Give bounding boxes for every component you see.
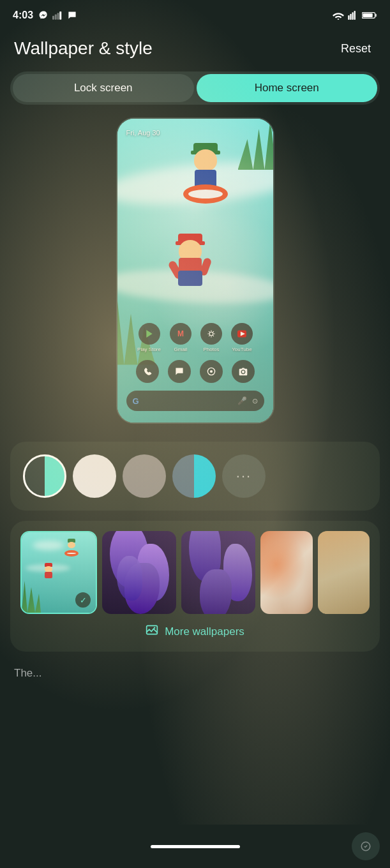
wallpaper-thumb-sand[interactable] bbox=[318, 531, 370, 614]
sand-content bbox=[318, 531, 370, 614]
wallpaper-grid: ✓ bbox=[20, 531, 370, 614]
bottom-navigation bbox=[0, 825, 390, 868]
wallpapers-section: ✓ bbox=[10, 521, 380, 652]
bottom-corner-button[interactable] bbox=[352, 832, 380, 860]
home-indicator[interactable] bbox=[151, 845, 240, 848]
